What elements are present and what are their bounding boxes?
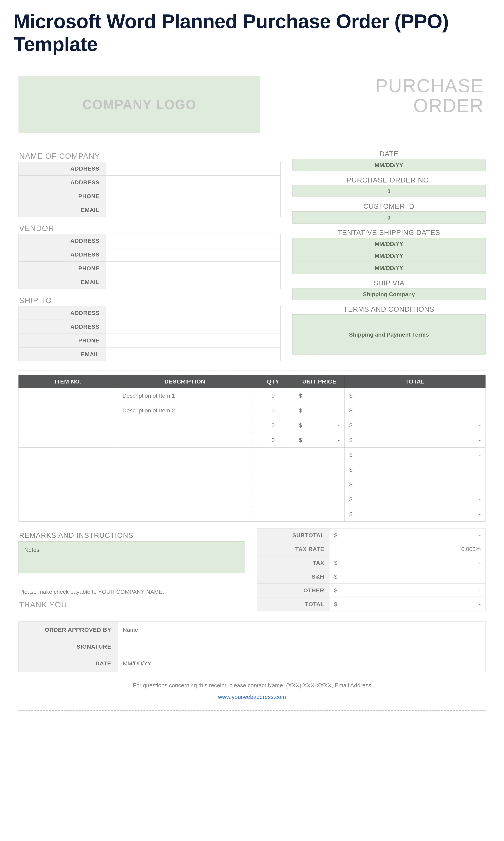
date-field[interactable]: MM/DD/YY bbox=[292, 159, 486, 171]
item-unitprice-cell[interactable] bbox=[294, 507, 345, 521]
totals-grand-value: $- bbox=[329, 598, 486, 611]
terms-field[interactable]: Shipping and Payment Terms bbox=[292, 314, 486, 355]
item-description-cell[interactable] bbox=[118, 418, 252, 433]
ship-date-field[interactable]: MM/DD/YY bbox=[292, 262, 486, 274]
date-label: DATE bbox=[292, 150, 486, 158]
vendor-value[interactable] bbox=[106, 248, 281, 261]
item-qty-cell[interactable] bbox=[252, 507, 294, 521]
item-description-cell[interactable] bbox=[118, 433, 252, 448]
shipto-value[interactable] bbox=[106, 347, 281, 361]
shipto-value[interactable] bbox=[106, 320, 281, 334]
item-unitprice-cell[interactable]: $- bbox=[294, 388, 345, 403]
item-unitprice-cell[interactable] bbox=[294, 448, 345, 462]
item-no-cell[interactable] bbox=[19, 477, 118, 492]
item-description-cell[interactable]: Description of Item 1 bbox=[118, 388, 252, 403]
totals-row: TAX$- bbox=[257, 556, 486, 570]
item-no-cell[interactable] bbox=[19, 507, 118, 521]
item-no-cell[interactable] bbox=[19, 433, 118, 448]
approval-value[interactable]: Name bbox=[118, 621, 486, 638]
item-qty-cell[interactable] bbox=[252, 477, 294, 492]
po-heading-line2: ORDER bbox=[413, 95, 484, 116]
item-qty-cell[interactable]: 0 bbox=[252, 418, 294, 433]
totals-value[interactable]: $- bbox=[329, 584, 486, 598]
approval-table: ORDER APPROVED BYNameSIGNATUREDATEMM/DD/… bbox=[18, 621, 486, 672]
shipto-label: ADDRESS bbox=[19, 306, 106, 320]
company-row: EMAIL bbox=[19, 203, 281, 217]
company-value[interactable] bbox=[106, 189, 281, 203]
item-description-cell[interactable] bbox=[118, 448, 252, 462]
item-total-cell: $- bbox=[345, 448, 486, 462]
item-description-cell[interactable] bbox=[118, 477, 252, 492]
table-row: 0$-$- bbox=[19, 418, 486, 433]
item-unitprice-cell[interactable]: $- bbox=[294, 403, 345, 418]
item-unitprice-cell[interactable] bbox=[294, 477, 345, 492]
po-no-label: PURCHASE ORDER NO. bbox=[292, 176, 486, 184]
totals-value[interactable]: $- bbox=[329, 529, 486, 542]
item-no-cell[interactable] bbox=[19, 462, 118, 477]
ship-date-field[interactable]: MM/DD/YY bbox=[292, 250, 486, 262]
item-unitprice-cell[interactable] bbox=[294, 492, 345, 507]
item-description-cell[interactable]: Description of Item 2 bbox=[118, 403, 252, 418]
item-unitprice-cell[interactable]: $- bbox=[294, 418, 345, 433]
shipto-row: ADDRESS bbox=[19, 320, 281, 334]
remarks-title: REMARKS AND INSTRUCTIONS bbox=[19, 531, 245, 539]
totals-value[interactable]: $- bbox=[329, 556, 486, 570]
item-no-cell[interactable] bbox=[19, 492, 118, 507]
notes-field[interactable]: Notes bbox=[18, 542, 245, 573]
customer-id-field[interactable]: 0 bbox=[292, 211, 486, 224]
item-description-cell[interactable] bbox=[118, 462, 252, 477]
table-row: $- bbox=[19, 477, 486, 492]
item-description-cell[interactable] bbox=[118, 507, 252, 521]
company-table: ADDRESSADDRESSPHONEEMAIL bbox=[18, 162, 281, 217]
totals-value[interactable]: 0.000% bbox=[329, 542, 486, 556]
item-qty-cell[interactable]: 0 bbox=[252, 403, 294, 418]
approval-row: DATEMM/DD/YY bbox=[19, 655, 486, 672]
item-unitprice-cell[interactable]: $- bbox=[294, 433, 345, 448]
item-qty-cell[interactable]: 0 bbox=[252, 388, 294, 403]
company-value[interactable] bbox=[106, 203, 281, 217]
item-qty-cell[interactable] bbox=[252, 462, 294, 477]
ship-date-field[interactable]: MM/DD/YY bbox=[292, 238, 486, 250]
item-qty-cell[interactable] bbox=[252, 448, 294, 462]
shipto-row: PHONE bbox=[19, 334, 281, 347]
po-no-field[interactable]: 0 bbox=[292, 185, 486, 197]
company-row: PHONE bbox=[19, 189, 281, 203]
totals-value[interactable]: $- bbox=[329, 570, 486, 584]
shipto-table: ADDRESSADDRESSPHONEEMAIL bbox=[18, 306, 281, 361]
item-unitprice-cell[interactable] bbox=[294, 462, 345, 477]
ship-via-field[interactable]: Shipping Company bbox=[292, 288, 486, 300]
vendor-value[interactable] bbox=[106, 275, 281, 289]
approval-value[interactable]: MM/DD/YY bbox=[118, 655, 486, 672]
company-section-title: NAME OF COMPANY bbox=[19, 152, 281, 161]
item-qty-cell[interactable] bbox=[252, 492, 294, 507]
totals-row: OTHER$- bbox=[257, 584, 486, 598]
thank-you: THANK YOU bbox=[19, 600, 245, 609]
footer-link[interactable]: www.yourwebaddress.com bbox=[18, 694, 486, 700]
company-value[interactable] bbox=[106, 176, 281, 189]
approval-label: DATE bbox=[19, 655, 118, 672]
approval-label: SIGNATURE bbox=[19, 638, 118, 655]
vendor-label: PHONE bbox=[19, 261, 106, 275]
item-no-cell[interactable] bbox=[19, 403, 118, 418]
item-description-cell[interactable] bbox=[118, 492, 252, 507]
shipto-value[interactable] bbox=[106, 334, 281, 347]
item-no-cell[interactable] bbox=[19, 418, 118, 433]
table-row: $- bbox=[19, 507, 486, 521]
payable-note: Please make check payable to YOUR COMPAN… bbox=[19, 588, 245, 595]
shipto-section-title: SHIP TO bbox=[19, 296, 281, 305]
vendor-value[interactable] bbox=[106, 261, 281, 275]
shipto-value[interactable] bbox=[106, 306, 281, 320]
vendor-row: ADDRESS bbox=[19, 248, 281, 261]
item-total-cell: $- bbox=[345, 477, 486, 492]
item-no-cell[interactable] bbox=[19, 388, 118, 403]
vendor-row: PHONE bbox=[19, 261, 281, 275]
shipto-row: ADDRESS bbox=[19, 306, 281, 320]
ship-via-label: SHIP VIA bbox=[292, 279, 486, 287]
company-value[interactable] bbox=[106, 162, 281, 176]
vendor-value[interactable] bbox=[106, 234, 281, 248]
company-label: EMAIL bbox=[19, 203, 106, 217]
item-total-cell: $- bbox=[345, 492, 486, 507]
item-no-cell[interactable] bbox=[19, 448, 118, 462]
item-qty-cell[interactable]: 0 bbox=[252, 433, 294, 448]
approval-value[interactable] bbox=[118, 638, 486, 655]
